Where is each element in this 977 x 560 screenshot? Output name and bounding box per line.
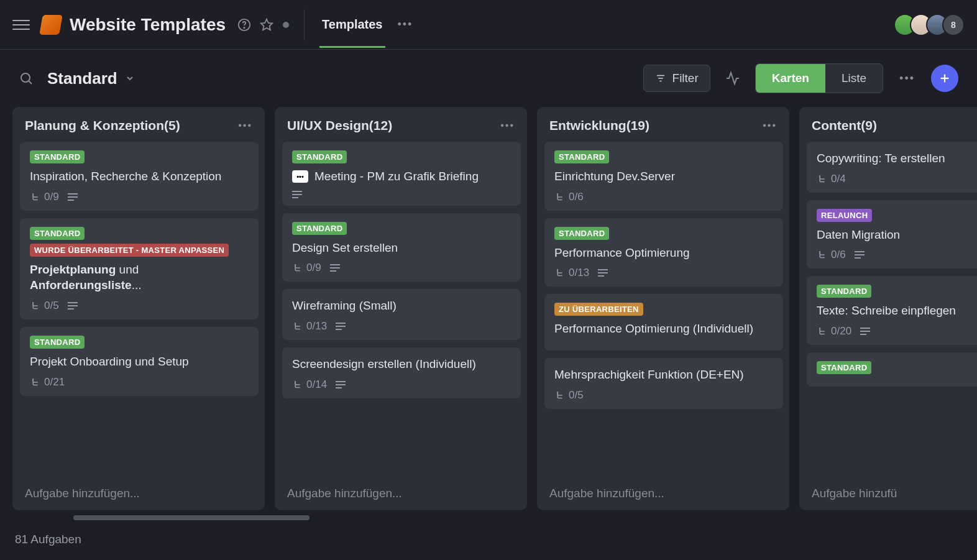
view-name-dropdown[interactable]: Standard <box>47 69 135 88</box>
card[interactable]: STANDARDInspiration, Recherche & Konzept… <box>20 142 259 211</box>
cards-list: STANDARDEinrichtung Dev.Server0/6STANDAR… <box>537 142 789 477</box>
card-label: RELAUNCH <box>817 209 872 222</box>
card-title: Mehrsprachigkeit Funktion (DE+EN) <box>554 367 773 383</box>
footer-count: 81 Aufgaben <box>0 524 977 560</box>
description-icon <box>598 269 608 277</box>
card-label: STANDARD <box>817 361 871 374</box>
view-list-button[interactable]: Liste <box>825 64 883 93</box>
column-more-icon[interactable]: ••• <box>500 120 515 131</box>
view-cards-button[interactable]: Karten <box>756 64 825 93</box>
card-label: STANDARD <box>817 285 871 298</box>
cards-list: STANDARD•••Meeting - PM zu Grafik Briefi… <box>275 142 527 477</box>
card-title: Performance Optimierung (Individuell) <box>554 321 773 337</box>
column-title: Entwicklung(19) <box>549 118 649 133</box>
page-title: Website Templates <box>70 15 226 35</box>
chevron-down-icon <box>125 73 135 83</box>
card[interactable]: Screendesign erstellen (Individuell)0/14 <box>282 347 521 398</box>
card[interactable]: STANDARDProjekt Onboarding und Setup0/21 <box>20 327 259 396</box>
card-meta: 0/20 <box>817 325 977 337</box>
horizontal-scrollbar[interactable] <box>73 515 310 520</box>
card[interactable]: Mehrsprachigkeit Funktion (DE+EN)0/5 <box>544 358 783 409</box>
add-task-button[interactable]: Aufgabe hinzufü <box>799 477 977 510</box>
card-title: Projektplanung und Anforderungsliste... <box>30 262 249 293</box>
add-button[interactable] <box>931 65 958 92</box>
cards-list: STANDARDInspiration, Recherche & Konzept… <box>12 142 265 477</box>
card-title: Einrichtung Dev.Server <box>554 168 773 185</box>
svg-point-3 <box>21 73 30 82</box>
description-icon <box>336 381 346 388</box>
card-meta: 0/14 <box>292 379 511 391</box>
card-label: STANDARD <box>292 150 347 163</box>
card-meta <box>292 191 511 198</box>
column-more-icon[interactable]: ••• <box>763 120 777 131</box>
kanban-board: Planung & Konzeption(5)•••STANDARDInspir… <box>0 107 977 515</box>
card-meta: 0/13 <box>554 267 773 279</box>
svg-point-1 <box>244 27 244 27</box>
description-icon <box>860 328 870 335</box>
card[interactable]: STANDARDTexte: Schreibe einpflegen0/20 <box>807 276 977 345</box>
filter-button[interactable]: Filter <box>643 65 710 92</box>
subtask-count: 0/9 <box>292 262 321 274</box>
subtask-count: 0/21 <box>30 376 65 388</box>
column: Entwicklung(19)•••STANDARDEinrichtung De… <box>537 107 789 510</box>
description-icon <box>330 264 340 272</box>
star-icon[interactable] <box>260 18 273 32</box>
card-meta: 0/9 <box>30 191 249 203</box>
menu-icon[interactable] <box>12 16 30 34</box>
card-meta: 0/21 <box>30 376 249 388</box>
tab-templates[interactable]: Templates <box>319 1 385 48</box>
header: Website Templates Templates ••• 8 <box>0 0 977 50</box>
help-icon[interactable] <box>237 18 251 32</box>
card-title: Inspiration, Recherche & Konzeption <box>30 168 249 185</box>
card-title: Copywriting: Te erstellen <box>817 150 977 167</box>
card[interactable]: STANDARDDesign Set erstellen0/9 <box>282 213 521 282</box>
card-title: •••Meeting - PM zu Grafik Briefing <box>292 168 511 185</box>
card-meta: 0/5 <box>554 389 773 402</box>
card-meta: 0/5 <box>30 300 249 312</box>
card[interactable]: ZU ÜBERARBEITENPerformance Optimierung (… <box>544 294 783 351</box>
add-task-button[interactable]: Aufgabe hinzufügen... <box>537 477 789 510</box>
card[interactable]: STANDARD•••Meeting - PM zu Grafik Briefi… <box>282 142 521 206</box>
card[interactable]: RELAUNCHDaten Migration0/6 <box>807 200 977 269</box>
search-icon[interactable] <box>19 71 34 86</box>
filter-label: Filter <box>672 71 699 85</box>
description-icon <box>336 323 346 330</box>
activity-icon[interactable] <box>725 71 740 86</box>
subtask-count: 0/13 <box>554 267 589 279</box>
add-task-button[interactable]: Aufgabe hinzufügen... <box>275 477 527 510</box>
subtask-count: 0/6 <box>817 249 846 261</box>
add-task-button[interactable]: Aufgabe hinzufügen... <box>12 477 265 510</box>
card-meta: 0/6 <box>554 191 773 203</box>
subtask-count: 0/14 <box>292 379 327 391</box>
card-label: STANDARD <box>292 222 347 235</box>
subtask-count: 0/5 <box>554 389 584 402</box>
card-title: Daten Migration <box>817 227 977 243</box>
toolbar: Standard Filter Karten Liste ••• <box>0 50 977 107</box>
card-label: STANDARD <box>30 336 85 349</box>
description-icon <box>68 193 78 201</box>
card[interactable]: STANDARD <box>807 352 977 387</box>
card[interactable]: STANDARDWURDE ÜBERARBEITET - MASTER ANPA… <box>20 218 259 319</box>
tab-more-icon[interactable]: ••• <box>398 18 413 31</box>
column-title: UI/UX Design(12) <box>287 118 392 133</box>
card-label: WURDE ÜBERARBEITET - MASTER ANPASSEN <box>30 244 229 257</box>
card-meta: 0/13 <box>292 320 511 333</box>
avatar-stack[interactable]: 8 <box>894 14 965 36</box>
card[interactable]: Copywriting: Te erstellen0/4 <box>807 142 977 193</box>
card-label: STANDARD <box>30 227 85 240</box>
card[interactable]: STANDARDPerformance Optimierung0/13 <box>544 218 783 287</box>
card-title: Texte: Schreibe einpflegen <box>817 303 977 319</box>
card-label: STANDARD <box>554 227 609 240</box>
card[interactable]: STANDARDEinrichtung Dev.Server0/6 <box>544 142 783 211</box>
card-meta: 0/4 <box>817 173 977 185</box>
column: Planung & Konzeption(5)•••STANDARDInspir… <box>12 107 265 510</box>
card[interactable]: Wireframing (Small)0/13 <box>282 289 521 340</box>
subtask-count: 0/13 <box>292 320 327 333</box>
column-more-icon[interactable]: ••• <box>238 120 252 131</box>
toolbar-more-icon[interactable]: ••• <box>899 72 915 85</box>
column: UI/UX Design(12)•••STANDARD•••Meeting - … <box>275 107 527 510</box>
subtask-count: 0/6 <box>554 191 584 203</box>
subtask-count: 0/5 <box>30 300 59 312</box>
app-icon <box>39 15 63 35</box>
card-meta: 0/9 <box>292 262 511 274</box>
